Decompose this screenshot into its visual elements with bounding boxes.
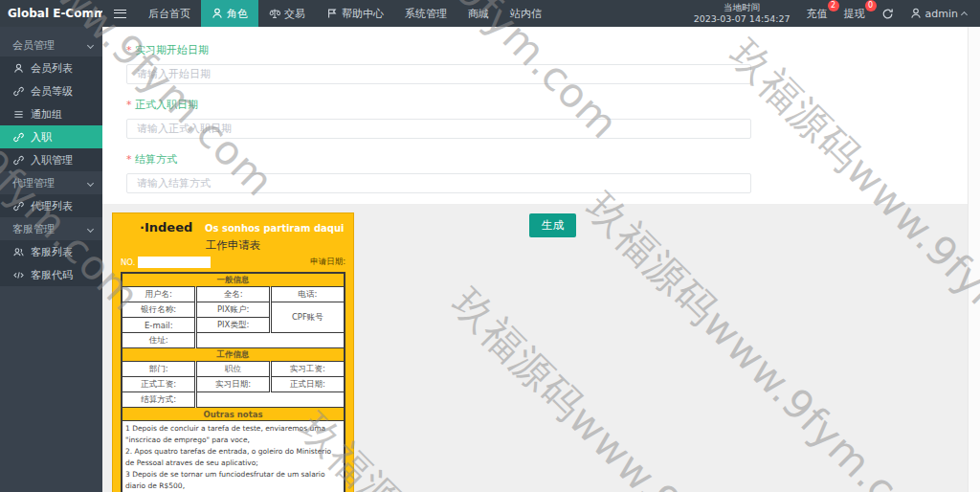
application-date-label: 申请日期: xyxy=(310,257,345,268)
section-header-other-notes: Outras notas xyxy=(122,408,345,421)
note-line: 1 Depois de concluir a tarefa de teste, … xyxy=(125,423,341,446)
local-time: 当地时间 2023-03-07 14:54:27 xyxy=(694,2,791,26)
link-icon xyxy=(13,86,24,97)
sidebar-item-service-list[interactable]: 客服列表 xyxy=(0,240,102,263)
indeed-logo: ·Indeed xyxy=(140,220,192,235)
scales-icon xyxy=(269,8,280,19)
scrollbar-track[interactable] xyxy=(968,27,980,492)
withdraw-link[interactable]: 提现 0 xyxy=(844,7,865,21)
no-label: NO. xyxy=(121,257,135,267)
application-number-input[interactable] xyxy=(138,257,211,268)
sidebar-item-agent-list[interactable]: 代理列表 xyxy=(0,194,102,217)
cell-address: 住址: xyxy=(122,333,196,348)
hamburger-icon xyxy=(114,10,126,18)
sidebar-group-agent-management[interactable]: 代理管理 xyxy=(0,171,102,194)
recharge-badge: 2 xyxy=(828,0,839,11)
list-icon xyxy=(13,109,24,120)
chevron-down-icon xyxy=(87,225,94,232)
cell-position: 职位 xyxy=(196,362,270,377)
cell-fullname: 全名: xyxy=(196,287,270,302)
official-entry-date-input[interactable] xyxy=(126,119,751,139)
sidebar-item-onboarding-management[interactable]: 入职管理 xyxy=(0,148,102,171)
navbar-right: 当地时间 2023-03-07 14:54:27 充值 2 提现 0 admin xyxy=(694,0,980,27)
app-title: Global E-Commerce... xyxy=(0,0,102,27)
refresh-icon xyxy=(881,8,894,20)
main-content: 实习期开始日期 正式入职日期 结算方式 生成 ·Indeed Os sonhos… xyxy=(102,27,980,492)
sidebar-item-member-level[interactable]: 会员等级 xyxy=(0,79,102,102)
cell-cpf-number: CPF账号 xyxy=(270,302,344,333)
sidebar-item-onboarding[interactable]: 入职 xyxy=(0,125,102,148)
cell-address-value xyxy=(196,333,345,348)
code-icon xyxy=(13,270,24,280)
cell-settlement-method: 结算方式: xyxy=(122,392,196,408)
note-line: 2. Apos quatro tarefas de entrada, o gol… xyxy=(125,446,341,469)
nav-item-site-messages[interactable]: 站内信 xyxy=(500,0,552,27)
refresh-button[interactable] xyxy=(881,8,894,20)
nav-item-help-center[interactable]: 帮助中心 xyxy=(316,0,394,27)
job-application-form: ·Indeed Os sonhos partiram daqui 工作申请表 N… xyxy=(112,212,354,492)
section-header-general-info: 一般信息 xyxy=(122,274,345,287)
application-table: 一般信息 用户名: 全名: 电话: 银行名称: PIX账户: CPF账号 xyxy=(121,272,345,492)
field-internship-start-date: 实习期开始日期 xyxy=(126,43,980,84)
users-icon xyxy=(13,247,24,257)
application-form-header: ·Indeed Os sonhos partiram daqui xyxy=(121,217,345,238)
cell-pix-type: PIX类型: xyxy=(196,318,270,333)
link-icon xyxy=(13,155,24,166)
user-icon xyxy=(910,8,922,19)
top-navbar: Global E-Commerce... 后台首页 角色 交易 帮助中心 系统管… xyxy=(0,0,980,27)
user-menu[interactable]: admin xyxy=(910,8,967,20)
nav-item-system-management[interactable]: 系统管理 xyxy=(394,0,457,27)
flag-icon xyxy=(326,8,338,19)
field-settlement-method: 结算方式 xyxy=(126,152,980,193)
application-number-row: NO. 申请日期: xyxy=(121,257,345,268)
user-icon xyxy=(212,8,223,19)
cell-internship-date: 实习日期: xyxy=(196,377,270,392)
user-icon xyxy=(13,63,24,74)
section-header-work-info: 工作信息 xyxy=(122,348,345,362)
cell-pix-account: PIX账户: xyxy=(196,302,270,318)
nav-item-mall[interactable]: 商城 xyxy=(457,0,500,27)
settlement-method-input[interactable] xyxy=(126,173,751,193)
nav-item-roles[interactable]: 角色 xyxy=(201,0,258,27)
recharge-link[interactable]: 充值 2 xyxy=(807,7,828,21)
cell-username: 用户名: xyxy=(122,287,196,302)
screen: Global E-Commerce... 后台首页 角色 交易 帮助中心 系统管… xyxy=(0,0,980,492)
sidebar-toggle-button[interactable] xyxy=(102,0,138,27)
chevron-down-icon xyxy=(87,179,94,186)
nav-item-dashboard[interactable]: 后台首页 xyxy=(138,0,201,27)
field-label: 正式入职日期 xyxy=(126,98,980,112)
sidebar-item-service-code[interactable]: 客服代码 xyxy=(0,263,102,286)
local-time-label: 当地时间 xyxy=(694,2,791,13)
field-official-entry-date: 正式入职日期 xyxy=(126,98,980,139)
cell-department: 部门: xyxy=(122,362,196,377)
sidebar: 会员管理 会员列表 会员等级 通加组 入职 入职管理 xyxy=(0,27,102,492)
cell-internship-salary: 实习工资: xyxy=(270,362,344,377)
sidebar-item-add-group[interactable]: 通加组 xyxy=(0,102,102,125)
withdraw-badge: 0 xyxy=(865,0,877,11)
local-time-value: 2023-03-07 14:54:27 xyxy=(694,13,791,25)
slogan-text: Os sonhos partiram daqui xyxy=(205,223,345,234)
chevron-up-icon xyxy=(961,11,968,18)
cell-phone: 电话: xyxy=(270,287,344,302)
sidebar-group-service-management[interactable]: 客服管理 xyxy=(0,217,102,240)
username: admin xyxy=(925,8,958,20)
sidebar-item-member-list[interactable]: 会员列表 xyxy=(0,56,102,79)
application-form-title: 工作申请表 xyxy=(121,238,345,253)
cell-official-date: 正式日期: xyxy=(270,377,344,392)
nav-item-trades[interactable]: 交易 xyxy=(258,0,316,27)
sidebar-group-member-management[interactable]: 会员管理 xyxy=(0,34,102,56)
cell-settlement-value xyxy=(196,392,345,408)
onboarding-form-card: 实习期开始日期 正式入职日期 结算方式 生成 xyxy=(102,27,980,204)
field-label: 结算方式 xyxy=(126,152,980,167)
cell-email: E-mail: xyxy=(122,318,196,333)
notes-cell: 1 Depois de concluir a tarefa de teste, … xyxy=(122,421,345,492)
chevron-down-icon xyxy=(87,41,94,48)
field-label: 实习期开始日期 xyxy=(126,43,980,57)
link-icon xyxy=(13,132,24,143)
sidebar-menu: 会员管理 会员列表 会员等级 通加组 入职 入职管理 xyxy=(0,27,102,286)
internship-start-date-input[interactable] xyxy=(126,64,751,84)
cell-official-salary: 正式工资: xyxy=(122,377,196,392)
cell-bank-name: 银行名称: xyxy=(122,302,196,318)
note-line: 3 Depois de se tornar um funciodesfrutar… xyxy=(125,469,341,492)
generate-button[interactable]: 生成 xyxy=(529,213,576,237)
